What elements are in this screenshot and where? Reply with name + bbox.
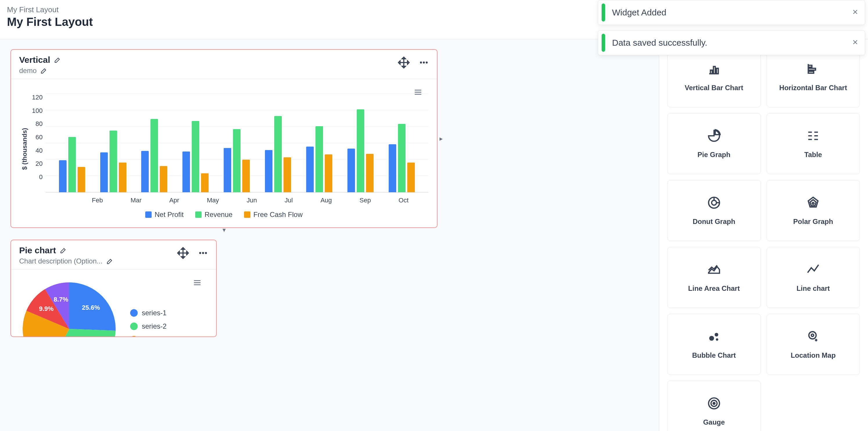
toast: Widget Added	[598, 0, 865, 25]
chevron-right-icon[interactable]: ▸	[439, 135, 443, 143]
bar[interactable]	[224, 148, 231, 193]
bubble-icon	[707, 329, 721, 345]
bar-group	[182, 121, 209, 192]
bar[interactable]	[315, 126, 323, 193]
toast-status-bar	[601, 34, 605, 52]
svg-point-18	[811, 334, 814, 337]
pencil-icon[interactable]	[60, 247, 67, 254]
more-icon[interactable]	[419, 58, 429, 67]
move-icon[interactable]	[177, 247, 189, 259]
move-icon[interactable]	[397, 56, 410, 69]
pencil-icon[interactable]	[54, 56, 61, 64]
plot-area	[45, 94, 428, 193]
legend-item[interactable]: series-2	[130, 322, 166, 331]
bar[interactable]	[192, 121, 199, 192]
bar[interactable]	[389, 144, 396, 192]
tool-bubble[interactable]: Bubble Chart	[667, 314, 761, 375]
svg-point-4	[202, 252, 204, 254]
close-icon[interactable]	[851, 8, 859, 17]
line-icon	[806, 262, 820, 278]
bar[interactable]	[233, 129, 241, 193]
y-axis-label: $ (thousands)	[20, 128, 30, 170]
donut-icon	[707, 195, 721, 211]
tool-label: Gauge	[703, 418, 725, 426]
svg-text:8.7%: 8.7%	[54, 296, 68, 303]
chart-type-panel: Vertical Bar ChartHorizontal Bar ChartPi…	[659, 39, 868, 431]
svg-point-15	[715, 333, 718, 337]
layout-canvas[interactable]: Vertical demo	[0, 39, 659, 431]
x-axis-labels: FebMarAprMayJunJulAugSepOct	[45, 193, 428, 204]
svg-point-10	[711, 200, 716, 205]
widget-pie-chart[interactable]: Pie chart Chart description (Option...	[10, 240, 217, 337]
pie-icon	[707, 128, 721, 144]
svg-point-21	[713, 402, 715, 404]
tool-label: Line Area Chart	[688, 284, 740, 293]
legend-item[interactable]: series-3	[130, 336, 166, 337]
tool-label: Bubble Chart	[692, 351, 736, 360]
bar[interactable]	[100, 152, 108, 193]
tool-pie[interactable]: Pie Graph	[667, 113, 761, 174]
svg-point-13	[812, 202, 814, 204]
pencil-icon[interactable]	[40, 67, 48, 75]
table-icon	[806, 128, 820, 144]
bar[interactable]	[306, 147, 314, 193]
bar[interactable]	[201, 173, 209, 192]
bar[interactable]	[398, 124, 406, 192]
tool-donut[interactable]: Donut Graph	[667, 180, 761, 241]
bar[interactable]	[59, 160, 66, 192]
svg-point-14	[709, 336, 714, 341]
legend-item[interactable]: series-1	[130, 309, 166, 317]
pie-chart: 25.6%9.9%8.7%	[20, 280, 119, 337]
bar[interactable]	[283, 157, 291, 192]
bar[interactable]	[274, 116, 282, 193]
tool-bar-vert[interactable]: Vertical Bar Chart	[667, 46, 761, 107]
bar-group	[389, 124, 415, 192]
toast: Data saved successfully.	[598, 30, 865, 55]
legend-item[interactable]: Net Profit	[145, 210, 184, 219]
widget-title: Vertical	[19, 55, 50, 65]
bar[interactable]	[160, 166, 167, 192]
widget-vertical-bar[interactable]: Vertical demo	[10, 49, 437, 228]
tool-line[interactable]: Line chart	[767, 247, 860, 308]
bar[interactable]	[357, 109, 364, 192]
breadcrumb[interactable]: My First Layout	[7, 5, 93, 14]
bar[interactable]	[119, 163, 126, 193]
tool-label: Pie Graph	[698, 151, 730, 159]
tool-area[interactable]: Line Area Chart	[667, 247, 761, 308]
tool-gauge[interactable]: Gauge	[667, 381, 761, 431]
bar[interactable]	[265, 150, 273, 192]
bar[interactable]	[182, 151, 190, 192]
tool-polar[interactable]: Polar Graph	[767, 180, 860, 241]
chevron-down-icon[interactable]: ▾	[222, 226, 226, 234]
legend-item[interactable]: Free Cash Flow	[244, 210, 302, 219]
bar-group	[141, 119, 167, 193]
area-icon	[707, 262, 721, 278]
bar[interactable]	[242, 160, 250, 193]
page-title: My First Layout	[7, 16, 93, 29]
bar[interactable]	[347, 149, 355, 192]
bar-group	[100, 131, 126, 193]
tool-map[interactable]: Location Map	[767, 314, 860, 375]
toast-message: Data saved successfully.	[612, 38, 844, 48]
close-icon[interactable]	[851, 38, 859, 47]
tool-bar-horiz[interactable]: Horizontal Bar Chart	[767, 46, 860, 107]
bar-horiz-icon	[806, 62, 820, 77]
bar[interactable]	[366, 154, 374, 193]
bar-vert-icon	[707, 62, 721, 77]
polar-icon	[806, 195, 820, 211]
chart-menu-icon[interactable]	[192, 278, 202, 288]
bar[interactable]	[407, 163, 415, 193]
bar[interactable]	[110, 131, 117, 193]
more-icon[interactable]	[198, 248, 208, 258]
bar[interactable]	[325, 154, 332, 192]
tool-table[interactable]: Table	[767, 113, 860, 174]
bar-chart: $ (thousands) 120100806040200 FebMarAprM…	[20, 94, 428, 204]
pencil-icon[interactable]	[106, 257, 114, 265]
bar[interactable]	[68, 137, 76, 192]
legend-item[interactable]: Revenue	[195, 210, 232, 219]
pie-legend: series-1series-2series-3	[130, 309, 166, 337]
bar[interactable]	[78, 167, 85, 193]
bar[interactable]	[141, 151, 149, 193]
map-icon	[806, 329, 820, 345]
bar[interactable]	[151, 119, 158, 193]
